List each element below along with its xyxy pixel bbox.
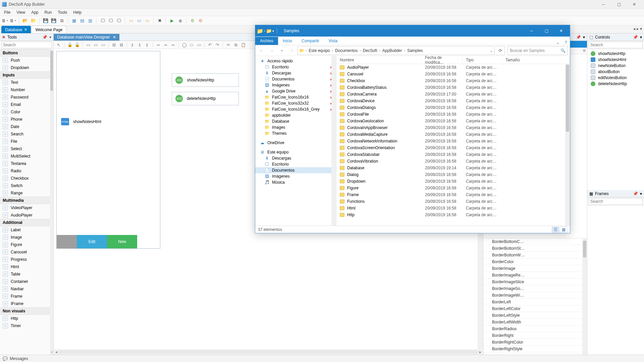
tool-item[interactable]: ▫Image (0, 234, 50, 241)
designer-h1-icon[interactable]: ═ (155, 42, 161, 48)
explorer-history-icon[interactable]: ▾ (277, 46, 286, 55)
tool-item[interactable]: ▫Date (0, 123, 50, 130)
designer-lock-icon[interactable]: 🔒 (67, 42, 73, 48)
file-row[interactable]: Figure20/09/2019 16:58Carpeta de archivo… (336, 185, 565, 191)
designer-align1-icon[interactable]: ▭ (85, 42, 91, 48)
file-row[interactable]: CordovaMediaCapture20/09/2019 16:58Carpe… (336, 131, 565, 138)
tool-item[interactable]: ▫Frame (0, 293, 50, 300)
messages-icon[interactable]: 💬 (3, 356, 8, 361)
controls-pin-icon[interactable]: 📌 (633, 35, 638, 40)
col-date[interactable]: Fecha de modifica... (422, 55, 463, 65)
statusbar-messages-label[interactable]: Messages (10, 356, 28, 361)
designer-align2-icon[interactable]: ▭ (93, 42, 99, 48)
control-item[interactable]: editNotesButton (587, 75, 644, 81)
tools-search-input[interactable] (1, 42, 52, 48)
tool-item[interactable]: ▫Http (0, 315, 50, 322)
file-row[interactable]: Dialog20/09/2019 16:58Carpeta de archivo… (336, 171, 565, 178)
tool-item[interactable]: ▫AudioPlayer (0, 212, 50, 219)
toolbar-layout2-icon[interactable]: ▤ (79, 17, 86, 24)
property-row[interactable]: BorderBottomSt… (483, 245, 582, 252)
tools-category[interactable]: Buttons (0, 49, 50, 57)
designer-cyl-icon[interactable]: ⬭ (189, 42, 195, 48)
file-row[interactable]: Http20/09/2019 16:58Carpeta de archivos (336, 212, 565, 218)
controls-search-input[interactable] (589, 42, 643, 48)
designer-rect-icon[interactable]: ▭ (196, 42, 202, 48)
toolbar-app2-icon[interactable]: 🖵 (107, 17, 114, 24)
designer-tab-close-icon[interactable]: ✕ (113, 35, 116, 40)
property-row[interactable]: BorderBottomW… (483, 252, 582, 258)
property-row[interactable]: BorderRightStyle (483, 346, 582, 352)
tabstrip-next-icon[interactable]: ▸ (637, 26, 639, 31)
designer-paste-icon[interactable]: 📋 (240, 42, 246, 48)
file-row[interactable]: CordovaBatteryStatus20/09/2019 16:58Carp… (336, 84, 565, 91)
designer-tab[interactable]: Database mainView Designer ✕ (54, 34, 119, 41)
property-row[interactable]: BorderImageSlice (483, 279, 582, 285)
toolbar-new-icon[interactable]: 🗎 (1, 17, 8, 24)
tools-category[interactable]: Non visuals (0, 307, 50, 315)
view-icons-button[interactable]: ▦ (560, 227, 567, 233)
tab-database[interactable]: Database ✕ (1, 26, 31, 33)
file-row[interactable]: CordovaScreenOrientation20/09/2019 16:58… (336, 144, 565, 151)
file-row[interactable]: CordovaGeolocation20/09/2019 16:58Carpet… (336, 118, 565, 124)
tool-item[interactable]: ▫Select (0, 145, 50, 153)
property-row[interactable]: BorderBottomC… (483, 238, 582, 245)
tool-item[interactable]: ▫Color (0, 108, 50, 116)
ribbon-tab-file[interactable]: Archivo (255, 37, 278, 45)
nav-item[interactable]: 📁appbuilder (255, 112, 336, 118)
menu-help[interactable]: Help (71, 9, 85, 15)
tool-item[interactable]: ▫Dropdown (0, 64, 50, 71)
nav-item[interactable]: ⬇Descargas📌 (255, 70, 336, 76)
designer-copy-icon[interactable]: ⧉ (233, 42, 239, 48)
designer-v3-icon[interactable]: ⫿ (144, 42, 150, 48)
file-row[interactable]: CordovaInAppBrowser20/09/2019 16:58Carpe… (336, 124, 565, 131)
file-row[interactable]: Dropdown20/09/2019 16:58Carpeta de archi… (336, 178, 565, 185)
designer-h2-icon[interactable]: ═ (163, 42, 169, 48)
property-row[interactable]: BorderColor (483, 258, 582, 265)
designer-redo-icon[interactable]: ↷ (214, 42, 220, 48)
col-size[interactable]: Tamaño (502, 58, 570, 62)
file-row[interactable]: Database20/09/2019 19:14Carpeta de archi… (336, 165, 565, 171)
tools-scrollbar[interactable]: ▴▾ (50, 49, 53, 355)
properties-options-icon[interactable]: ▾ (583, 35, 585, 40)
ribbon-tab-home[interactable]: Inicio (278, 37, 297, 45)
edit-button[interactable]: Edit (77, 235, 107, 248)
file-row[interactable]: CordovaNetworkInformation20/09/2019 16:5… (336, 138, 565, 144)
designer-dist2-icon[interactable]: ⊟ (118, 42, 124, 48)
property-row[interactable]: BorderImage (483, 265, 582, 272)
tool-item[interactable]: ▫Email (0, 101, 50, 108)
nav-item[interactable]: 📁FatCow_Icons16x16📌 (255, 94, 336, 100)
toolbar-layout1-icon[interactable]: ▦ (71, 17, 77, 24)
property-row[interactable]: BorderRadius (483, 325, 582, 332)
explorer-search-input[interactable]: Buscar en Samples 🔍 (507, 46, 568, 55)
explorer-qat2-icon[interactable]: 📁 (266, 28, 272, 34)
tool-item[interactable]: ▫Password (0, 94, 50, 101)
nav-item[interactable]: ⬇Descargas (255, 155, 336, 161)
toolbar-settings-icon[interactable]: ✖ (156, 17, 163, 24)
ribbon-collapse-icon[interactable]: ⌄ (554, 40, 562, 45)
tool-item[interactable]: ▫Navbar (0, 285, 50, 293)
file-row[interactable]: Checkbox20/09/2019 16:58Carpeta de archi… (336, 77, 565, 84)
explorer-titlebar[interactable]: 📁 ▫ 📁 ▾ Samples ─ ▢ ✕ (255, 25, 570, 37)
control-item[interactable]: aboutButton (587, 69, 644, 75)
property-row[interactable]: BorderImageSo… (483, 285, 582, 292)
toolbar-layout3-icon[interactable]: ▥ (87, 17, 94, 24)
crumb-pc[interactable]: Este equipo (308, 48, 330, 53)
tool-item[interactable]: ▫VideoPlayer (0, 204, 50, 212)
frames-pin-icon[interactable]: 📌 (633, 191, 638, 196)
frames-options-icon[interactable]: ▾ (640, 191, 642, 196)
explorer-up-button[interactable]: ↑ (287, 46, 296, 55)
designer-undo-icon[interactable]: ↶ (207, 42, 213, 48)
designer-hscrollbar[interactable]: ◂▸ (54, 349, 483, 355)
tools-pin-icon[interactable]: 📌 (42, 35, 47, 40)
toolbar-window-icon[interactable]: ▭ (128, 17, 135, 24)
col-type[interactable]: Tipo (463, 58, 502, 62)
designer-v2-icon[interactable]: ⫿ (137, 42, 143, 48)
toolbar-app3-icon[interactable]: 🖵 (115, 17, 122, 24)
menu-app[interactable]: App (29, 9, 41, 15)
properties-scrollbar[interactable] (582, 238, 587, 355)
property-row[interactable]: BorderLeftWidth (483, 319, 582, 325)
explorer-forward-button[interactable]: → (267, 46, 276, 55)
nav-item[interactable]: 🖼Imágenes (255, 173, 336, 179)
menu-file[interactable]: File (1, 9, 13, 15)
component-showNotesHttp[interactable]: 202 showNotesHttp (172, 73, 239, 87)
